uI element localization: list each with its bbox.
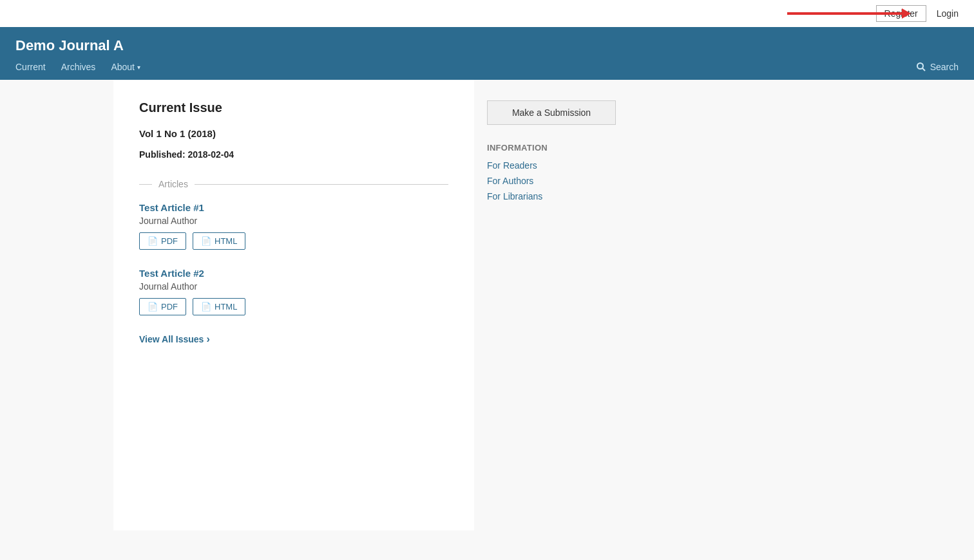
pdf-label-1: PDF [161, 236, 178, 246]
nav-about-label: About [111, 62, 135, 72]
content-wrapper: Current Issue Vol 1 No 1 (2018) Publishe… [36, 80, 938, 530]
article-author-2: Journal Author [139, 281, 448, 292]
left-spacer [36, 80, 113, 530]
article-item: Test Article #1 Journal Author 📄 PDF 📄 H… [139, 202, 448, 250]
article-item-2: Test Article #2 Journal Author 📄 PDF 📄 H… [139, 268, 448, 315]
html-label-1: HTML [215, 236, 237, 246]
pdf-icon-2: 📄 [148, 302, 158, 312]
header: Demo Journal A Current Archives About ▾ … [0, 27, 974, 80]
pdf-button-1[interactable]: 📄 PDF [139, 232, 186, 250]
right-spacer [629, 80, 938, 530]
view-all-label: View All Issues [139, 334, 204, 344]
top-bar: Register Login [0, 0, 974, 27]
nav-left: Current Archives About ▾ [15, 62, 140, 80]
html-button-1[interactable]: 📄 HTML [193, 232, 245, 250]
published-date: 2018-02-04 [187, 149, 234, 160]
pdf-label-2: PDF [161, 302, 178, 312]
article-buttons-2: 📄 PDF 📄 HTML [139, 298, 448, 315]
pdf-button-2[interactable]: 📄 PDF [139, 298, 186, 315]
published-text-label: Published: [139, 149, 186, 160]
volume-label: Vol 1 No 1 (2018) [139, 128, 448, 139]
sidebar: Make a Submission Information For Reader… [474, 80, 629, 530]
nav-current[interactable]: Current [15, 62, 46, 80]
published-label: Published: 2018-02-04 [139, 149, 448, 160]
view-all-issues-link[interactable]: View All Issues › [139, 333, 448, 345]
search-icon [916, 62, 926, 72]
nav-search[interactable]: Search [916, 62, 959, 80]
html-button-2[interactable]: 📄 HTML [193, 298, 245, 315]
svg-point-0 [917, 63, 923, 69]
chevron-right-icon: › [206, 333, 209, 345]
current-issue-heading: Current Issue [139, 100, 448, 115]
make-submission-button[interactable]: Make a Submission [487, 100, 616, 125]
search-label: Search [930, 62, 959, 72]
article-buttons-1: 📄 PDF 📄 HTML [139, 232, 448, 250]
nav-bar: Current Archives About ▾ Search [15, 62, 959, 80]
journal-title: Demo Journal A [15, 37, 959, 62]
information-heading: Information [487, 143, 616, 153]
nav-about[interactable]: About ▾ [111, 62, 140, 80]
article-author-1: Journal Author [139, 216, 448, 226]
svg-line-1 [922, 68, 925, 71]
nav-archives[interactable]: Archives [61, 62, 96, 80]
article-title-1[interactable]: Test Article #1 [139, 202, 204, 213]
articles-section: Articles Test Article #1 Journal Author … [139, 179, 448, 345]
article-title-2[interactable]: Test Article #2 [139, 268, 204, 279]
sidebar-link-authors[interactable]: For Authors [487, 176, 616, 186]
html-icon-1: 📄 [201, 236, 211, 246]
arrow-line [787, 12, 903, 15]
page-wrapper: Register Login Demo Journal A Current Ar… [0, 0, 974, 560]
arrow-annotation [787, 12, 903, 15]
sidebar-link-readers[interactable]: For Readers [487, 160, 616, 171]
articles-section-label: Articles [158, 179, 188, 189]
html-label-2: HTML [215, 302, 237, 312]
pdf-icon-1: 📄 [148, 236, 158, 246]
dropdown-arrow-icon: ▾ [137, 64, 140, 71]
articles-heading: Articles [139, 179, 448, 189]
login-link[interactable]: Login [937, 8, 959, 19]
content-area: Current Issue Vol 1 No 1 (2018) Publishe… [113, 80, 474, 530]
sidebar-link-librarians[interactable]: For Librarians [487, 191, 616, 201]
html-icon-2: 📄 [201, 302, 211, 312]
